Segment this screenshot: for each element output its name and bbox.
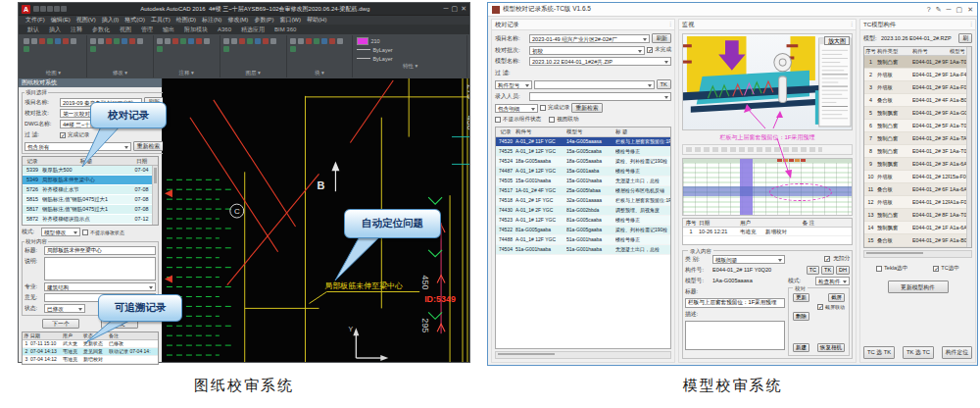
scrollbar[interactable] xyxy=(152,166,158,225)
update-button[interactable]: 更新 xyxy=(793,293,809,302)
menu-item[interactable]: 编辑(E) xyxy=(48,16,74,25)
checkbox-checked-icon[interactable] xyxy=(817,304,823,310)
refresh-button[interactable]: 刷新 xyxy=(652,33,671,43)
table-row[interactable]: 5872 补齐楼梯错误指示点 07-12 xyxy=(23,215,153,225)
person-select[interactable] xyxy=(529,92,671,101)
ribbon-tool-icons[interactable] xyxy=(157,36,217,70)
checkbox-icon[interactable] xyxy=(495,117,501,123)
close-icon[interactable]: ✕ xyxy=(461,4,466,14)
search-button[interactable]: 重新检索 xyxy=(133,141,164,151)
table-row[interactable]: 6 预制凸窗 E044-01_2# 5F Y A1a-T001 xyxy=(864,120,967,132)
maximize-icon[interactable]: ▢ xyxy=(956,6,963,14)
menu-item[interactable]: 视图(V) xyxy=(74,16,99,25)
horizontal-scrollbar[interactable] xyxy=(495,351,671,359)
ribbon-tab[interactable]: 默认 xyxy=(23,25,44,34)
project-select[interactable]: 2023-01-49 绍兴产业片区2#-02#厂 xyxy=(529,34,650,43)
maximize-icon[interactable]: ▢ xyxy=(452,4,459,14)
table-row[interactable]: 74430 A-01_1# 2F YGC 81a-G002bbda 调整预埋、后… xyxy=(496,206,670,216)
lineweight-control[interactable]: ByLayer xyxy=(357,54,464,63)
ribbon-tool-icons[interactable] xyxy=(90,36,150,70)
ribbon-tab[interactable]: 输出 xyxy=(158,25,179,34)
table-row[interactable]: 10 外墙板 E044-01_2# 12F 15a-F001 xyxy=(864,171,967,183)
sheet-toolbar[interactable] xyxy=(682,144,853,155)
help-icon[interactable]: ? xyxy=(927,6,931,14)
table-row[interactable]: 12 外墙板 E044-01_2# 12F A1a-F003 xyxy=(864,196,967,209)
tc-button[interactable]: TC xyxy=(807,266,819,275)
close-icon[interactable]: ✕ xyxy=(967,6,973,14)
next-button[interactable]: 下一个 xyxy=(42,319,79,329)
ribbon-tab[interactable]: 插入 xyxy=(44,25,66,34)
zoom-view-button[interactable]: 放大图 xyxy=(824,36,850,45)
tc-select-tk-button[interactable]: TC 选 TK xyxy=(863,346,895,359)
ribbon-group-label[interactable]: 注释 ▾ xyxy=(157,70,217,76)
table-row[interactable]: 74524 18a-G005aaaba 18a-G005aaaba 梁栓、列补栓… xyxy=(496,157,670,167)
contain-select[interactable]: 包含明细 xyxy=(495,104,538,113)
checkbox-icon[interactable] xyxy=(876,266,882,272)
ribbon-tab[interactable]: BIM 360 xyxy=(270,25,301,34)
menu-item[interactable]: 修改(M) xyxy=(224,16,251,25)
menu-item[interactable]: 帮助(H) xyxy=(304,16,329,25)
table-row[interactable]: 74505 15a-G001haaba 15a-G001haaba 无混凝土出口… xyxy=(496,177,670,186)
log-row[interactable]: 1 10-26 12:21 韦迪克 新增校对 xyxy=(683,228,852,236)
menu-item[interactable]: 插入(I) xyxy=(99,16,122,25)
table-row[interactable]: 74520 A-01_2# 11F YGC 14a-G005aaasa 栏板与上… xyxy=(496,137,670,147)
locate-component-button[interactable]: 构件定位 xyxy=(942,346,972,359)
pin-icon[interactable]: ⫶ xyxy=(851,22,853,28)
ribbon-tab[interactable]: 管理 xyxy=(136,25,158,34)
table-row[interactable]: 5349 局部板筋未伸至梁中心 xyxy=(23,176,153,185)
major-select[interactable]: 建筑结构 xyxy=(44,282,156,291)
checkbox-icon[interactable] xyxy=(549,117,555,123)
minimize-icon[interactable]: ─ xyxy=(444,4,449,14)
description-field[interactable] xyxy=(685,321,785,350)
delete-button[interactable]: 删除 xyxy=(793,312,809,321)
component-filter-select[interactable] xyxy=(534,80,655,89)
batch-select[interactable]: 初校 xyxy=(529,46,645,55)
mode-select[interactable]: 检查构件 xyxy=(815,277,850,285)
ribbon-group-label[interactable]: 修改 ▾ xyxy=(90,70,150,76)
update-components-button[interactable]: 更新模型构件 xyxy=(888,280,949,293)
autocad-logo-icon[interactable]: A xyxy=(22,5,30,14)
table-row[interactable]: 14 预制飘窗 E044-01_2# 1F Y A1a-6A03 xyxy=(864,222,967,234)
table-row[interactable]: 74504 51a-G001haaba 51a-G001haaba 无混凝土出口… xyxy=(496,245,670,255)
edit-icon[interactable]: ✎ xyxy=(936,6,942,14)
checkbox-checked-icon[interactable] xyxy=(647,47,653,53)
ribbon-tab[interactable]: 视图 xyxy=(115,25,136,34)
table-row[interactable]: 13 预制凸窗 E044-01_2# 8F Y 1Aa-T001 xyxy=(864,209,967,222)
ribbon-tab[interactable]: 注释 xyxy=(66,25,87,34)
ribbon-tool-icons[interactable] xyxy=(24,36,83,70)
new-button[interactable]: 新建 xyxy=(793,343,809,352)
table-row[interactable]: 2 外墙板 E044-01_2# 9F Y 1Aa-F401 xyxy=(864,69,967,81)
screenshot-button[interactable]: 截屏 xyxy=(828,293,845,302)
ribbon-group-label[interactable]: 块 ▾ xyxy=(290,70,350,76)
checkbox-checked-icon[interactable] xyxy=(824,256,830,262)
category-select[interactable]: 模板问题 xyxy=(712,255,785,264)
menu-item[interactable]: 窗口(W) xyxy=(276,16,304,25)
table-row[interactable]: 8 预制凸窗 E044-01_2# 3F Y 1Aa-T003 xyxy=(864,145,967,158)
table-row[interactable]: 5 预制飘窗 E044-01_2# 9F Y A1a-G001 xyxy=(864,107,967,120)
ribbon-tab[interactable]: A360 xyxy=(213,25,236,34)
menu-item[interactable]: 标注(N) xyxy=(199,16,224,25)
pin-icon[interactable]: ⫶ xyxy=(669,22,671,28)
ribbon-group-label[interactable]: 图层 ▾ xyxy=(223,70,283,76)
restore-camera-button[interactable]: 恢复相机 xyxy=(817,343,845,352)
mode-select[interactable]: 模型修改 xyxy=(41,228,80,236)
table-row[interactable]: 5815 钢筋标注,值"钢筋0475过大1 07-08 xyxy=(23,195,153,205)
table-row[interactable]: 15 叠合板 E044-01_2# 9F Y A1a-B005 xyxy=(864,234,967,247)
table-row[interactable]: 11 叠合板 E044-01_2# 6F Y 1Aa-6A02 xyxy=(864,183,967,196)
ribbon-tab[interactable]: 精选应用 xyxy=(236,25,270,34)
color-control[interactable]: 210 xyxy=(357,36,464,45)
table-row[interactable]: 5726 补齐楼梯止水节 07-08 xyxy=(23,185,153,195)
menu-item[interactable]: 参数(P) xyxy=(251,16,276,25)
table-row[interactable]: 74525 A-01_1# 12F YGC 15a-G005caaba 楼栓号修… xyxy=(496,147,670,157)
ribbon-tool-icons[interactable] xyxy=(223,36,283,70)
checkbox-checked-icon[interactable] xyxy=(933,266,939,272)
table-row[interactable]: 74522 81a-G005gaaba 81a-G005gaaba 梁栓、列补栓… xyxy=(496,226,670,235)
table-row[interactable]: 7 预制凸窗 E044-01_2# 3F Y A1a-TA02 xyxy=(864,132,967,145)
title-field[interactable] xyxy=(44,246,156,255)
tk-button[interactable]: TK xyxy=(657,79,671,89)
table-row[interactable]: 1 预制凸窗 E044-01_2# 9F Y 1Aa-T002 xyxy=(864,56,967,69)
refresh-button[interactable]: 刷 xyxy=(958,33,972,43)
table-row[interactable]: 5817 钢筋标注,值"钢筋0475过大1 07-08 xyxy=(23,205,153,215)
3d-viewport[interactable]: 放大图 xyxy=(682,33,853,130)
history-row[interactable]: 2 07-04 14:13 韦迪克 意见回复 联动记录 07-04 14: xyxy=(23,348,158,356)
